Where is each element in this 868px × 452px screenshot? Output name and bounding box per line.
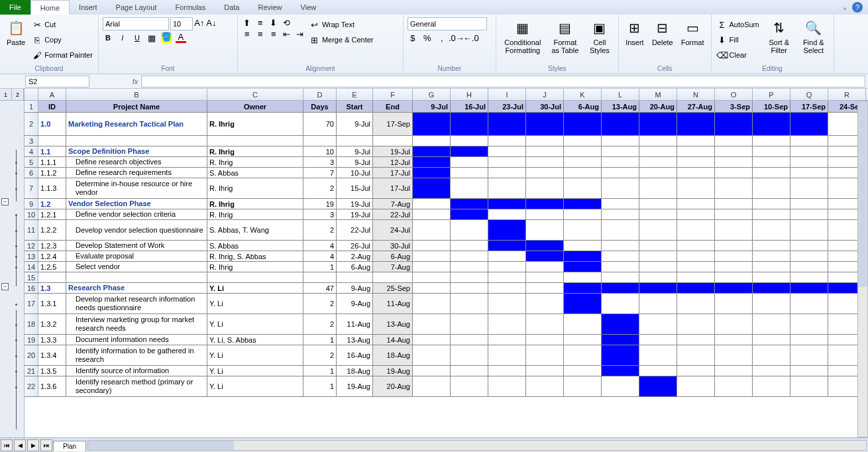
autosum-button[interactable]: ΣAutoSum bbox=[716, 17, 761, 32]
cell-days[interactable]: 2 bbox=[303, 314, 337, 334]
gantt-cell[interactable] bbox=[715, 376, 753, 396]
cell[interactable] bbox=[373, 272, 413, 282]
cell-name[interactable]: Develop vendor selection questionnaire bbox=[66, 220, 207, 240]
gantt-cell[interactable] bbox=[526, 209, 564, 219]
first-sheet-button[interactable]: ⏮ bbox=[1, 439, 13, 451]
header-date-6[interactable]: 20-Aug bbox=[639, 101, 677, 112]
gantt-cell[interactable] bbox=[451, 146, 488, 156]
row-header-17[interactable]: 17 bbox=[25, 294, 38, 313]
delete-cells-button[interactable]: ⊟Delete bbox=[649, 17, 676, 48]
gantt-cell[interactable] bbox=[413, 283, 451, 293]
gantt-cell[interactable] bbox=[488, 220, 526, 240]
gantt-cell[interactable] bbox=[413, 209, 451, 219]
cell[interactable] bbox=[526, 136, 564, 146]
gantt-cell[interactable] bbox=[564, 366, 602, 376]
cell-owner[interactable]: S. Abbas, T. Wang bbox=[207, 220, 303, 240]
vertical-scrollbar[interactable] bbox=[857, 101, 868, 437]
gantt-cell[interactable] bbox=[564, 376, 602, 396]
gantt-cell[interactable] bbox=[602, 314, 639, 334]
gantt-cell[interactable] bbox=[790, 294, 828, 313]
cell[interactable] bbox=[207, 272, 303, 282]
cell-end[interactable]: 24-Jul bbox=[373, 220, 413, 240]
gantt-cell[interactable] bbox=[790, 241, 828, 251]
format-as-table-button[interactable]: ▤Format as Table bbox=[548, 17, 582, 56]
cell-id[interactable]: 1.3.4 bbox=[38, 345, 66, 365]
gantt-cell[interactable] bbox=[677, 294, 715, 313]
gantt-cell[interactable] bbox=[488, 335, 526, 345]
italic-button[interactable]: I bbox=[117, 32, 128, 43]
next-sheet-button[interactable]: ▶ bbox=[27, 439, 39, 451]
cell-owner[interactable]: Y. Li bbox=[207, 366, 303, 376]
gantt-cell[interactable] bbox=[602, 157, 639, 167]
gantt-cell[interactable] bbox=[451, 335, 488, 345]
cell-start[interactable]: 13-Aug bbox=[337, 335, 373, 345]
cell-id[interactable]: 1.3 bbox=[38, 283, 66, 293]
row-header-1[interactable]: 1 bbox=[25, 101, 38, 112]
row-header-6[interactable]: 6 bbox=[25, 168, 38, 178]
gantt-cell[interactable] bbox=[413, 366, 451, 376]
data-tab[interactable]: Data bbox=[215, 0, 248, 15]
row-header-10[interactable]: 10 bbox=[25, 209, 38, 219]
gantt-cell[interactable] bbox=[790, 376, 828, 396]
cell-start[interactable]: 19-Aug bbox=[337, 376, 373, 396]
gantt-cell[interactable] bbox=[488, 345, 526, 365]
gantt-cell[interactable] bbox=[639, 113, 677, 135]
cell[interactable] bbox=[66, 272, 207, 282]
cell-name[interactable]: Select vendor bbox=[66, 262, 207, 272]
header-date-4[interactable]: 6-Aug bbox=[564, 101, 602, 112]
row-header-19[interactable]: 19 bbox=[25, 335, 38, 345]
gantt-cell[interactable] bbox=[602, 168, 639, 178]
gantt-cell[interactable] bbox=[488, 241, 526, 251]
dec-decimal-icon[interactable]: ←.0 bbox=[466, 32, 476, 43]
cell-days[interactable]: 1 bbox=[303, 376, 337, 396]
gantt-cell[interactable] bbox=[639, 146, 677, 156]
gantt-cell[interactable] bbox=[790, 251, 828, 261]
gantt-cell[interactable] bbox=[413, 168, 451, 178]
gantt-cell[interactable] bbox=[753, 199, 790, 209]
font-size-select[interactable]: 10 bbox=[170, 17, 193, 30]
header-date-7[interactable]: 27-Aug bbox=[677, 101, 715, 112]
cell-id[interactable]: 1.3.6 bbox=[38, 376, 66, 396]
gantt-cell[interactable] bbox=[413, 220, 451, 240]
row-header-21[interactable]: 21 bbox=[25, 366, 38, 376]
gantt-cell[interactable] bbox=[790, 335, 828, 345]
increase-font-icon[interactable]: A↑ bbox=[194, 17, 205, 28]
gantt-cell[interactable] bbox=[790, 262, 828, 272]
gantt-cell[interactable] bbox=[451, 366, 488, 376]
gantt-cell[interactable] bbox=[715, 251, 753, 261]
cell-id[interactable]: 1.1.3 bbox=[38, 178, 66, 198]
header-start[interactable]: Start bbox=[337, 101, 373, 112]
cell[interactable] bbox=[639, 272, 677, 282]
gantt-cell[interactable] bbox=[564, 113, 602, 135]
col-header-D[interactable]: D bbox=[303, 89, 337, 100]
gantt-cell[interactable] bbox=[413, 262, 451, 272]
cell[interactable] bbox=[677, 136, 715, 146]
last-sheet-button[interactable]: ⏭ bbox=[40, 439, 52, 451]
gantt-cell[interactable] bbox=[488, 199, 526, 209]
gantt-cell[interactable] bbox=[564, 209, 602, 219]
gantt-cell[interactable] bbox=[526, 241, 564, 251]
cell-owner[interactable]: R. Ihrig bbox=[207, 209, 303, 219]
gantt-cell[interactable] bbox=[639, 376, 677, 396]
cell-days[interactable]: 2 bbox=[303, 220, 337, 240]
gantt-cell[interactable] bbox=[451, 294, 488, 313]
gantt-cell[interactable] bbox=[639, 157, 677, 167]
gantt-cell[interactable] bbox=[451, 376, 488, 396]
gantt-cell[interactable] bbox=[639, 366, 677, 376]
gantt-cell[interactable] bbox=[753, 314, 790, 334]
cell[interactable] bbox=[66, 136, 207, 146]
cell-days[interactable]: 19 bbox=[303, 199, 337, 209]
gantt-cell[interactable] bbox=[753, 262, 790, 272]
cell-end[interactable]: 22-Jul bbox=[373, 209, 413, 219]
gantt-cell[interactable] bbox=[526, 178, 564, 198]
gantt-cell[interactable] bbox=[715, 157, 753, 167]
cell-days[interactable]: 1 bbox=[303, 335, 337, 345]
align-left-icon[interactable]: ≡ bbox=[242, 28, 252, 39]
minimize-ribbon-icon[interactable]: ᵥ bbox=[843, 3, 847, 12]
gantt-cell[interactable] bbox=[526, 345, 564, 365]
cell-owner[interactable]: Y. Li bbox=[207, 345, 303, 365]
cell-owner[interactable]: R. Ihrig, S. Abbas bbox=[207, 251, 303, 261]
gantt-cell[interactable] bbox=[564, 294, 602, 313]
cell-start[interactable]: 9-Aug bbox=[337, 283, 373, 293]
gantt-cell[interactable] bbox=[715, 294, 753, 313]
